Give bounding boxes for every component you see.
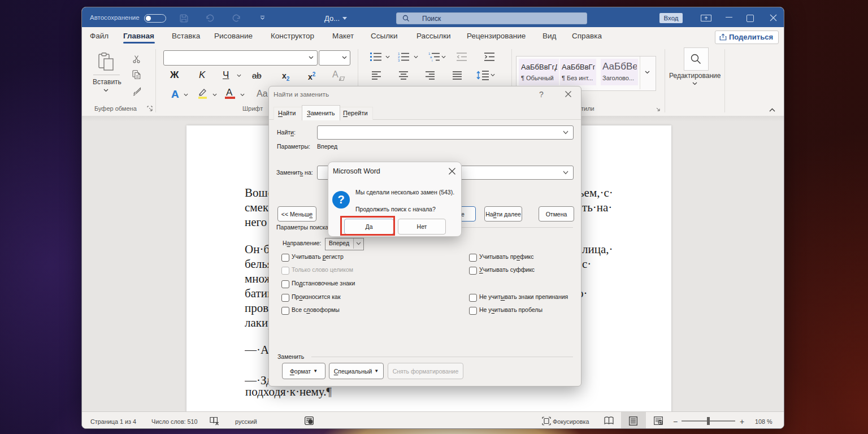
svg-text:i: i [432, 59, 432, 62]
svg-text:3: 3 [398, 59, 400, 62]
